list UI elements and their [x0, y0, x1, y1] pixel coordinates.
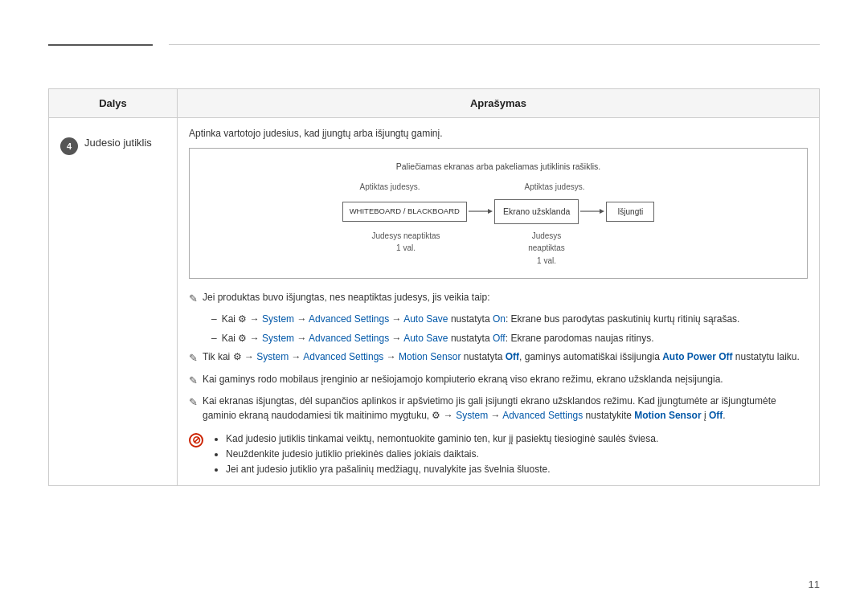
col-header-aprasimas: Aprašymas — [178, 89, 820, 118]
content-section: Aptinka vartotojo judesius, kad įjungtų … — [189, 126, 808, 477]
diagram-container: Paliečiamas ekranas arba pakeliamas juti… — [189, 148, 808, 280]
diagram-box-ekrano: Ekrano užsklanda — [494, 199, 579, 223]
note-4: ✎ Kai ekranas išjungtas, dėl supančios a… — [189, 394, 808, 423]
diagram-area: Aptiktas judesys. Aptiktas judesys. — [204, 181, 792, 267]
col-header-dalys: Dalys — [49, 89, 178, 118]
arrow-right-1 — [469, 203, 493, 219]
note-2-text: Tik kai ⚙ → System → Advanced Settings →… — [203, 349, 800, 365]
bullet-item-1: Kad judesio jutiklis tinkamai veiktų, ne… — [226, 431, 658, 447]
left-label1: Aptiktas judesys. — [338, 181, 442, 194]
bullet-list: Kad judesio jutiklis tinkamai veiktų, ne… — [226, 431, 658, 478]
no-circle-icon: ⊘ — [189, 433, 203, 447]
right-label1: Aptiktas judesys. — [506, 181, 603, 194]
note-1-text: Jei produktas buvo išjungtas, nes neapti… — [203, 290, 490, 305]
diagram-box-isjungti: Išjungti — [606, 202, 654, 222]
top-rule-decoration — [169, 44, 820, 45]
pencil-icon-2: ✎ — [189, 350, 198, 366]
pencil-icon-3: ✎ — [189, 373, 198, 389]
indent-2-text: Kai ⚙ → System → Advanced Settings → Aut… — [222, 331, 654, 346]
indent-2: – Kai ⚙ → System → Advanced Settings → A… — [211, 331, 808, 346]
svg-marker-3 — [600, 209, 604, 214]
pencil-icon-1: ✎ — [189, 291, 198, 307]
main-table: Dalys Aprašymas 4 Judesio jutiklis — [48, 88, 820, 486]
indent-1: – Kai ⚙ → System → Advanced Settings → A… — [211, 312, 808, 327]
description-cell: Aptinka vartotojo judesius, kad įjungtų … — [178, 118, 820, 486]
dalys-cell: 4 Judesio jutiklis — [49, 118, 178, 486]
note-3-text: Kai gaminys rodo mobilaus įrenginio ar n… — [203, 372, 723, 387]
bullet-item-2: Neuždenkite judesio jutiklio priekinės d… — [226, 447, 658, 462]
table-row: 4 Judesio jutiklis Aptinka vartotojo jud… — [49, 118, 820, 486]
top-line-decoration — [48, 44, 153, 46]
diagram-box-whiteboard: WHITEBOARD / BLACKBOARD — [342, 202, 467, 221]
right-label2: Judesys neaptiktas 1 val. — [514, 230, 579, 268]
note-4-text: Kai ekranas išjungtas, dėl supančios apl… — [203, 394, 808, 423]
pencil-icon-4: ✎ — [189, 394, 198, 411]
note-3: ✎ Kai gaminys rodo mobilaus įrenginio ar… — [189, 372, 808, 389]
arrow-right-2 — [580, 203, 604, 219]
dash-1: – — [211, 312, 217, 327]
indent-1-text: Kai ⚙ → System → Advanced Settings → Aut… — [222, 312, 740, 327]
diagram-top-label: Paliečiamas ekranas arba pakeliamas juti… — [204, 160, 792, 173]
note-2: ✎ Tik kai ⚙ → System → Advanced Settings… — [189, 349, 808, 366]
intro-text: Aptinka vartotojo judesius, kad įjungtų … — [189, 126, 808, 141]
diagram-boxes-row: WHITEBOARD / BLACKBOARD — [342, 199, 655, 223]
dalys-label: Judesio jutiklis — [84, 136, 152, 150]
bullet-item-3: Jei ant judesio jutiklio yra pašalinių m… — [226, 462, 658, 477]
svg-marker-1 — [488, 209, 493, 214]
note-1: ✎ Jei produktas buvo išjungtas, nes neap… — [189, 290, 808, 307]
bullet-section: ⊘ Kad judesio jutiklis tinkamai veiktų, … — [189, 431, 808, 478]
bullet-icon-row: ⊘ Kad judesio jutiklis tinkamai veiktų, … — [189, 431, 808, 478]
item-number: 4 — [60, 137, 78, 155]
left-label2: Judesys neaptiktas 1 val. — [370, 230, 442, 255]
page-number: 11 — [809, 578, 820, 591]
page-container: Dalys Aprašymas 4 Judesio jutiklis — [0, 0, 868, 613]
dash-2: – — [211, 331, 217, 346]
